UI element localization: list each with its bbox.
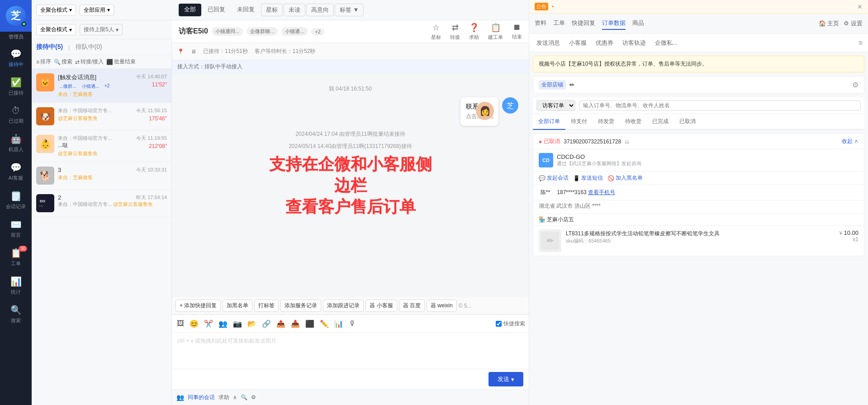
mode-select[interactable]: 全聚合模式 ▾ — [36, 5, 76, 16]
expand-panel-btn[interactable]: ≡ — [859, 39, 863, 47]
order-type-select[interactable]: 访客订单 — [536, 100, 575, 111]
contact-item-5[interactable]: DODIE 2 来自：中国移动官方专... @芝麻云客服鲁鱼 昨天 17:54:… — [32, 190, 171, 217]
order-search-input[interactable] — [579, 100, 861, 110]
sidebar-item-ticket[interactable]: 30 📋 工单 — [0, 243, 32, 272]
quick-search-toggle[interactable]: 快捷搜索 — [496, 320, 525, 328]
sidebar-item-message[interactable]: ✉️ 留言 — [0, 214, 32, 243]
add-quick-reply-btn[interactable]: + 添加快捷回复 — [175, 300, 221, 312]
order-tab-completed[interactable]: 已完成 — [647, 114, 674, 129]
store-selector[interactable]: 全部店铺 ✏ ⚙ — [533, 76, 864, 94]
add-follow-btn[interactable]: 添加跟进记录 — [323, 300, 364, 312]
sidebar-item-history[interactable]: 🗒️ 会话记录 — [0, 186, 32, 214]
start-chat-btn[interactable]: 💬 发起会话 — [539, 174, 569, 182]
filter-tab-all[interactable]: 全部 — [179, 4, 201, 16]
order-tab-pending-ship[interactable]: 待发货 — [593, 114, 620, 129]
weixin-btn[interactable]: 器 weixin — [427, 300, 457, 312]
rp-link-quick-reply[interactable]: 快捷回复 — [572, 17, 595, 30]
tag-btn[interactable]: 打标签 — [254, 300, 279, 312]
order-tab-cancelled[interactable]: 已取消 — [674, 114, 701, 129]
upload-btn[interactable]: 📤 — [275, 318, 287, 329]
batch-end-btn[interactable]: ⬛ 批量结束 — [106, 58, 136, 66]
filter-tab-highintent[interactable]: 高意向 — [306, 4, 334, 16]
sidebar-item-search[interactable]: 🔍 搜索 — [0, 300, 32, 329]
coupon-btn[interactable]: 优惠券 — [594, 37, 615, 49]
pen-btn[interactable]: ✏️ — [318, 318, 330, 329]
help-action[interactable]: ❓ 求助 — [469, 23, 479, 41]
create-ticket-action[interactable]: 📋 建工单 — [488, 23, 503, 41]
sidebar-item-robot[interactable]: 🤖 机器人 — [0, 129, 32, 157]
group-btn[interactable]: 👥 — [217, 318, 229, 329]
visitor-track-btn[interactable]: 访客轨迹 — [621, 37, 648, 49]
home-btn[interactable]: 🏠 主页 — [819, 19, 840, 28]
chat-tag-1[interactable]: 小猫通同... — [212, 27, 243, 36]
sidebar-item-received[interactable]: ✅ 已接待 — [0, 72, 32, 101]
image-btn[interactable]: 🖼 — [175, 318, 185, 329]
rp-link-ticket[interactable]: 工单 — [553, 17, 565, 30]
tab-queue[interactable]: 排队中(0) — [76, 43, 102, 51]
end-action[interactable]: ⏹ 结束 — [512, 23, 522, 40]
store-settings-icon[interactable]: ⚙ — [852, 81, 859, 89]
order-tab-pending-pay[interactable]: 待支付 — [565, 114, 593, 129]
contact-item-2[interactable]: 🐶 来自：中国移动官方专... @芝麻云客服鲁鱼 今天 11:56:15 175… — [32, 103, 171, 130]
chat-tag-2[interactable]: 企微群聊... — [247, 27, 278, 36]
more-actions[interactable]: © 5... — [459, 303, 472, 309]
search-btn[interactable]: 🔍 搜索 — [54, 58, 72, 66]
blacklist-btn[interactable]: 加黑名单 — [223, 300, 252, 312]
store-edit-icon[interactable]: ✏ — [569, 81, 574, 88]
order-copy-btn[interactable]: 🗂 — [625, 139, 630, 144]
rp-link-order[interactable]: 订单数据 — [602, 17, 626, 30]
link-btn[interactable]: 🔗 — [261, 318, 272, 329]
scissors-btn[interactable]: ✂️ — [203, 318, 214, 329]
recv-limit[interactable]: 接待上限5人 ▾ — [80, 24, 123, 35]
transfer-btn[interactable]: ⇄ 转接/接入 — [75, 58, 104, 66]
baidu-btn[interactable]: 器 百度 — [399, 300, 425, 312]
camera-btn[interactable]: 📷 — [232, 318, 243, 329]
contact-item-3[interactable]: 👶 来自：中国移动官方专... ...哒 @芝麻云客服鲁鱼 今天 11:19:5… — [32, 130, 171, 162]
mode-select2[interactable]: 全聚合模式 ▾ — [36, 24, 76, 35]
chat-input-area[interactable]: ctrl + v 或拖拽到此处可直接粘贴发送图片 — [172, 333, 529, 369]
small-service-rp-btn[interactable]: 小客服 — [567, 37, 588, 49]
sidebar-item-reception[interactable]: 💬 接待中 — [0, 44, 32, 72]
contact-item-4[interactable]: 🐕 3 来自：芝麻微客 今天 10:33:31 — [32, 162, 171, 190]
chat-tag-more[interactable]: +2 — [311, 28, 324, 35]
filter-tab-replied[interactable]: 已回复 — [202, 4, 231, 16]
colleague-chat-label[interactable]: 同事的会话 — [188, 394, 215, 401]
collab-arrow-up[interactable]: ∧ — [233, 394, 237, 400]
order-fold-btn[interactable]: 收起 ∧ — [842, 138, 859, 145]
collab-search[interactable]: 🔍 — [241, 394, 247, 400]
mic-btn[interactable]: 🎙 — [347, 318, 357, 329]
star-action[interactable]: ☆ 星标 — [431, 23, 441, 41]
collab-help-label[interactable]: 求助 — [218, 394, 229, 401]
order-tab-all[interactable]: 全部订单 — [533, 114, 565, 130]
settings-btn[interactable]: ⚙ 设置 — [844, 19, 863, 28]
send-message-btn[interactable]: 发送消息 — [535, 37, 562, 49]
block-btn[interactable]: ⬛ — [304, 318, 316, 329]
add-service-record-btn[interactable]: 添加服务记录 — [280, 300, 321, 312]
send-button[interactable]: 发送 ▾ — [489, 372, 523, 386]
filter-tab-star[interactable]: 星标 — [261, 4, 283, 16]
file-btn[interactable]: 📂 — [246, 318, 258, 329]
download-btn[interactable]: 📥 — [289, 318, 301, 329]
blacklist-order-btn[interactable]: 🚫 加入黑名单 — [607, 174, 643, 182]
small-service-btn[interactable]: 器 小客服 — [365, 300, 397, 312]
filter-tab-tag[interactable]: 标签 ▼ — [335, 4, 364, 16]
emoji-btn[interactable]: 😊 — [188, 318, 200, 329]
order-tab-pending-recv[interactable]: 待收货 — [620, 114, 647, 129]
wework-private-btn[interactable]: 企微私... — [653, 37, 679, 49]
contact-item-1[interactable]: 🐱 [触发会话消息] ...微群... 小猫通... +2 来自：芝麻微客 今天… — [32, 69, 171, 103]
chat-tag-3[interactable]: 小猫通... — [281, 27, 308, 36]
filter-tab-unread[interactable]: 未读 — [284, 4, 305, 16]
app-select[interactable]: 全部应用 ▾ — [80, 5, 114, 16]
chart-btn[interactable]: 📊 — [333, 318, 345, 329]
sort-btn[interactable]: ≡ 排序 — [36, 58, 51, 66]
view-phone-btn[interactable]: 查看手机号 — [588, 189, 615, 195]
sidebar-item-ai[interactable]: 💬 AI客服 — [0, 157, 32, 186]
messages-area[interactable]: 我 04/18 16:51:50 联系我吧 点击添加我 👩 芝 2024/04/… — [172, 74, 529, 297]
filter-tab-unreplied[interactable]: 未回复 — [232, 4, 260, 16]
sidebar-item-expired[interactable]: ⏱ 已过期 — [0, 101, 32, 129]
ad-close-btn[interactable]: ✕ — [857, 3, 863, 10]
quick-search-checkbox[interactable] — [496, 321, 502, 327]
rp-link-product[interactable]: 商品 — [632, 17, 644, 30]
sidebar-item-stats[interactable]: 📊 统计 — [0, 272, 32, 300]
send-sms-btn[interactable]: 📱 发送短信 — [573, 174, 603, 182]
